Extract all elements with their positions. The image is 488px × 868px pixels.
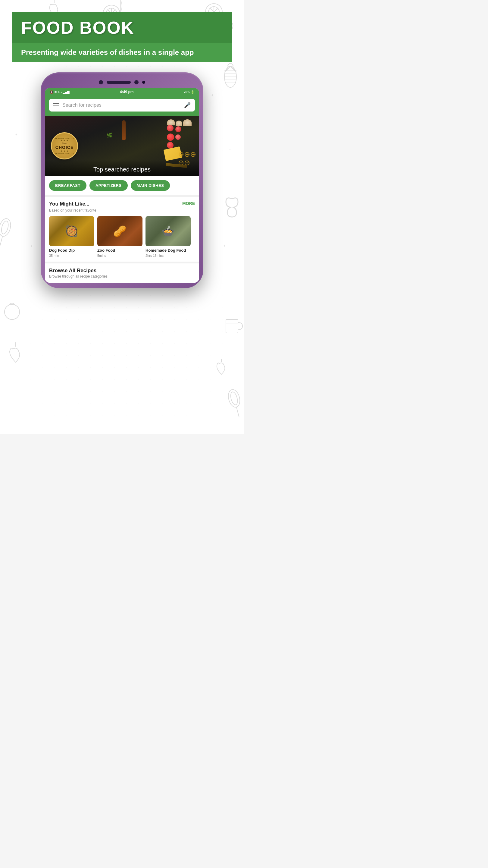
status-left-icons: 🔇 ① 4G ▂▄▆	[50, 90, 70, 94]
category-main-dishes[interactable]: MAIN DISHES	[131, 180, 170, 191]
category-breakfast[interactable]: BREAKFAST	[49, 180, 87, 191]
phone-mockup: 🔇 ① 4G ▂▄▆ 4:49 pm 70% 🔋	[41, 72, 203, 288]
tomato-3	[167, 133, 174, 141]
category-appetizers[interactable]: APPETIZERS	[90, 180, 128, 191]
svg-point-38	[230, 391, 239, 406]
status-bar: 🔇 ① 4G ▂▄▆ 4:49 pm 70% 🔋	[45, 88, 199, 96]
svg-line-39	[236, 407, 239, 417]
phone-speaker	[107, 81, 131, 84]
svg-text:✦: ✦	[223, 244, 226, 248]
tomato-2	[175, 126, 181, 132]
category-row: BREAKFAST APPETIZERS MAIN DISHES	[45, 176, 199, 195]
pepper-mill	[122, 120, 126, 140]
svg-text:✦: ✦	[30, 244, 33, 248]
subtitle-bar: Presenting wide varieties of dishes in a…	[12, 43, 232, 62]
hero-caption: Top searched recipes	[45, 160, 199, 176]
recipe-card-1-img: 🥘	[49, 216, 94, 246]
battery-icon: 🔋	[191, 90, 194, 94]
mushroom-1	[167, 119, 175, 125]
recommendations-section: You Might Like... MORE Based on your rec…	[45, 195, 199, 261]
search-bar[interactable]: Search for recipes 🎤	[45, 96, 199, 116]
recipe-card-1-food: 🥘	[49, 216, 94, 246]
recipe-card-3-food: 🍲	[145, 216, 191, 246]
search-container[interactable]: Search for recipes 🎤	[49, 99, 195, 112]
recipe-cards: 🥘 Dog Food Dip 35 min 🥜 Zoo Food 5mins	[49, 216, 195, 257]
more-link[interactable]: MORE	[182, 201, 195, 206]
badge-choice-text: CHOICE	[56, 145, 73, 150]
network-label: 4G	[58, 90, 62, 94]
hamburger-menu[interactable]	[53, 103, 59, 107]
recipe-card-2[interactable]: 🥜 Zoo Food 5mins	[97, 216, 142, 257]
tomato-1	[167, 125, 173, 131]
browse-title: Browse All Recipes	[49, 268, 195, 274]
recipe-card-1[interactable]: 🥘 Dog Food Dip 35 min	[49, 216, 94, 257]
svg-point-19	[224, 66, 236, 87]
tomato-4	[175, 134, 181, 140]
recipe-card-3-name: Homemade Dog Food	[145, 248, 191, 253]
recipe-card-2-name: Zoo Food	[97, 248, 142, 253]
recipe-card-3[interactable]: 🍲 Homemade Dog Food 2hrs 15mins	[145, 216, 191, 257]
hamburger-line-2	[53, 105, 59, 105]
title-bar: FOOD BOOK	[12, 12, 232, 43]
phone-sensor	[142, 81, 145, 84]
best-choice-badge: PREMIUM QUALITY ★ ★ ★ Best CHOICE ★ ★ ★ …	[51, 132, 78, 159]
badge-best-text: Best	[62, 142, 67, 145]
recipe-card-2-time: 5mins	[97, 254, 142, 257]
mic-icon[interactable]: 🎤	[184, 102, 191, 108]
hero-caption-text: Top searched recipes	[93, 166, 151, 173]
svg-point-37	[227, 388, 241, 408]
badge-premium-bottom: PREMIUM QUALITY	[55, 153, 74, 154]
recipe-card-2-img: 🥜	[97, 216, 142, 246]
recipe-card-3-time: 2hrs 15mins	[145, 254, 191, 257]
herbs: 🌿	[107, 132, 113, 138]
hamburger-line-3	[53, 107, 59, 107]
sim-icon: ①	[54, 90, 57, 94]
section-title: You Might Like...	[49, 201, 90, 207]
svg-text:✦: ✦	[211, 93, 214, 97]
svg-point-24	[4, 304, 20, 319]
svg-text:✦: ✦	[229, 149, 231, 151]
hamburger-line-1	[53, 103, 59, 104]
section-subtitle: Based on your recent favorite	[49, 208, 195, 213]
recipe-card-1-name: Dog Food Dip	[49, 248, 94, 253]
app-subtitle: Presenting wide varieties of dishes in a…	[21, 47, 223, 58]
app-title: FOOD BOOK	[21, 18, 223, 38]
svg-point-22	[0, 220, 10, 235]
badge-stars-top: ★ ★ ★	[61, 139, 68, 142]
browse-subtitle: Browse through all recipe categories	[49, 274, 195, 278]
section-header: You Might Like... MORE	[49, 201, 195, 207]
mushroom-3	[183, 119, 192, 126]
battery-percent: 70%	[184, 90, 190, 94]
header-banner: FOOD BOOK Presenting wide varieties of d…	[0, 12, 244, 62]
recipe-card-3-img: 🍲	[145, 216, 191, 246]
recipe-card-1-time: 35 min	[49, 254, 94, 257]
mute-icon: 🔇	[50, 90, 53, 94]
signal-bars: ▂▄▆	[63, 90, 70, 94]
search-input[interactable]: Search for recipes	[62, 102, 181, 108]
svg-rect-27	[226, 319, 238, 333]
browse-section[interactable]: Browse All Recipes Browse through all re…	[45, 261, 199, 283]
status-right-icons: 70% 🔋	[184, 90, 194, 94]
svg-text:✦: ✦	[15, 133, 18, 136]
tomatoes	[167, 125, 183, 149]
phone-body: 🔇 ① 4G ▂▄▆ 4:49 pm 70% 🔋	[41, 72, 203, 288]
recipe-card-2-food: 🥜	[97, 216, 142, 246]
svg-line-23	[0, 236, 2, 248]
hero-banner[interactable]: ⊕⊕⊕⊕⊕ 🌿 PREMIUM QUALITY ★ ★ ★ Best CHOIC…	[45, 116, 199, 176]
phone-screen: 🔇 ① 4G ▂▄▆ 4:49 pm 70% 🔋	[45, 88, 199, 283]
badge-stars-bottom: ★ ★ ★	[61, 150, 68, 153]
status-time: 4:49 pm	[120, 90, 133, 94]
phone-camera-right	[134, 80, 138, 84]
phone-camera-left	[99, 80, 103, 84]
phone-top-bar	[45, 78, 199, 88]
svg-point-21	[0, 217, 12, 238]
